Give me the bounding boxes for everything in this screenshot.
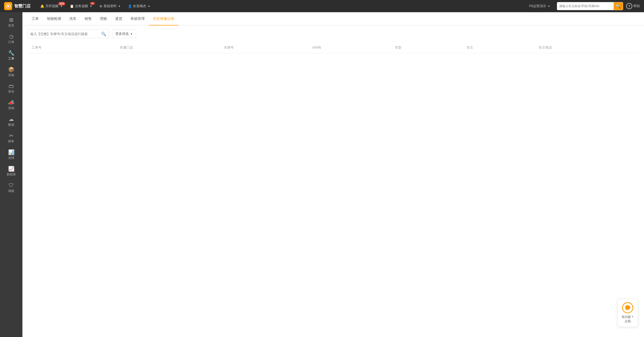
table-wrap: 工单号 所属门店 车牌号 VIN码 车型 车主 车主电话	[22, 42, 644, 337]
app-title: 智慧门店	[14, 4, 31, 9]
sidebar-item-purchase[interactable]: 📦 采购	[0, 64, 22, 80]
bell-icon: 🔔	[40, 4, 44, 8]
tab-claims[interactable]: 理赔	[96, 13, 111, 25]
data-icon: ☁	[9, 117, 14, 122]
tab-doc-manage[interactable]: 单据管理	[126, 13, 149, 25]
plate-search-input[interactable]	[28, 32, 99, 36]
finance-icon: ✂	[9, 133, 14, 138]
col-workorder-no: 工单号	[28, 42, 116, 53]
nav-business[interactable]: 📋 业务提醒 ▼ ●	[66, 0, 96, 12]
sidebar-label-data: 数据	[8, 123, 14, 127]
tab-sales-label: 销售	[85, 17, 92, 21]
sidebar-item-workorder[interactable]: 🔧 工单	[0, 47, 22, 64]
table-header: 工单号 所属门店 车牌号 VIN码 车型 车主 车主电话	[28, 42, 639, 53]
order-icon: ◷	[9, 34, 14, 39]
toolbar: 🔍 更多筛选 ▼	[22, 25, 644, 42]
chat-icon	[622, 302, 633, 313]
business-badge: ●	[90, 2, 95, 5]
nav-business-label: 业务提醒	[75, 4, 88, 8]
history-table: 工单号 所属门店 车牌号 VIN码 车型 车主 车主电话	[28, 42, 639, 53]
nav-welcome-label: 欢迎梅杰	[133, 4, 146, 8]
nav-operation[interactable]: F6运营演示 ▼	[526, 0, 554, 12]
main-layout: ⊞ 首页 ◷ 订单 🔧 工单 📦 采购 🗃 库存 📣 营销 ☁ 数据 ✂	[0, 12, 644, 337]
plate-search-icon[interactable]: 🔍	[99, 32, 109, 36]
notification-badge: 699	[58, 2, 65, 5]
sidebar-item-data[interactable]: ☁ 数据	[0, 114, 22, 130]
global-search-box[interactable]: 🔍	[557, 2, 623, 10]
sidebar-label-home: 首页	[8, 23, 14, 28]
chat-line2: 点我	[625, 319, 631, 323]
performance-icon: 📊	[8, 150, 15, 155]
nav-basic[interactable]: ⚙ 基础资料 ▼	[96, 0, 124, 12]
sidebar-label-purchase: 采购	[8, 73, 14, 77]
purchase-icon: 📦	[8, 67, 15, 72]
business-icon: 📋	[70, 4, 74, 8]
sidebar: ⊞ 首页 ◷ 订单 🔧 工单 📦 采购 🗃 库存 📣 营销 ☁ 数据 ✂	[0, 12, 22, 337]
nav-notification[interactable]: 🔔 关怀提醒 ▼ 699	[37, 0, 66, 12]
nav-operation-label: F6运营演示	[529, 4, 546, 8]
inventory-icon: 🗃	[9, 83, 14, 89]
sidebar-item-home[interactable]: ⊞ 首页	[0, 14, 22, 31]
nav-basic-label: 基础资料	[103, 4, 117, 8]
col-phone: 车主电话	[535, 42, 639, 53]
sidebar-item-inventory[interactable]: 🗃 库存	[0, 80, 22, 97]
tab-history-label: 历史维修记录	[153, 17, 174, 21]
filter-label: 更多筛选	[115, 32, 129, 36]
global-search-input[interactable]	[557, 4, 614, 8]
filter-button[interactable]: 更多筛选 ▼	[112, 30, 136, 38]
user-icon: 👤	[128, 4, 132, 8]
sidebar-label-performance: 业绩	[8, 156, 14, 160]
workorder-icon: 🔧	[8, 50, 15, 55]
tab-returns[interactable]: 退货	[111, 13, 126, 25]
chat-widget[interactable]: 有问题？ 点我	[618, 299, 638, 327]
sidebar-label-workorder: 工单	[8, 57, 14, 61]
sidebar-item-finance[interactable]: ✂ 财务	[0, 130, 22, 147]
tab-smart-detect-label: 智能检测	[47, 17, 61, 21]
col-plate: 车牌号	[220, 42, 308, 53]
svg-point-1	[7, 5, 9, 7]
chat-label: 有问题？ 点我	[622, 315, 634, 324]
report-icon: 📈	[8, 166, 15, 171]
sidebar-item-performance[interactable]: 📊 业绩	[0, 147, 22, 163]
sidebar-item-report[interactable]: 📈 新报表	[0, 163, 22, 180]
help-button[interactable]: ? 帮助	[626, 3, 640, 9]
filter-chevron-icon: ▼	[130, 33, 133, 35]
col-car-type: 车型	[391, 42, 463, 53]
tab-workorder-label: 工单	[32, 17, 39, 21]
chat-line1: 有问题？	[622, 315, 634, 319]
sidebar-item-order[interactable]: ◷ 订单	[0, 31, 22, 47]
tab-workorder[interactable]: 工单	[28, 13, 43, 25]
marketing-icon: 📣	[8, 100, 15, 105]
tab-returns-label: 退货	[115, 17, 122, 21]
app-logo[interactable]: 智慧门店	[4, 2, 31, 10]
home-icon: ⊞	[9, 17, 14, 22]
tab-sales[interactable]: 销售	[81, 13, 96, 25]
help-label: 帮助	[633, 4, 640, 8]
tab-smart-detect[interactable]: 智能检测	[43, 13, 65, 25]
sidebar-item-insurance[interactable]: 🛡 保险	[0, 180, 22, 196]
sidebar-label-inventory: 库存	[8, 90, 14, 94]
logo-icon	[4, 2, 12, 10]
tab-history[interactable]: 历史维修记录	[149, 13, 178, 25]
tab-bar: 工单 智能检测 洗车 销售 理赔 退货 单据管理 历史维修记录	[22, 12, 644, 25]
topnav-right: F6运营演示 ▼ 🔍 ? 帮助	[526, 0, 640, 12]
sidebar-item-marketing[interactable]: 📣 营销	[0, 97, 22, 114]
tab-claims-label: 理赔	[100, 17, 107, 21]
tab-doc-manage-label: 单据管理	[130, 17, 145, 21]
col-vin: VIN码	[308, 42, 391, 53]
help-icon: ?	[626, 3, 632, 9]
insurance-icon: 🛡	[9, 183, 14, 188]
sidebar-label-insurance: 保险	[8, 189, 14, 193]
basic-icon: ⚙	[99, 4, 102, 8]
content-area: 工单 智能检测 洗车 销售 理赔 退货 单据管理 历史维修记录	[22, 12, 644, 337]
nav-welcome[interactable]: 👤 欢迎梅杰 ▼	[124, 0, 154, 12]
topnav: 智慧门店 🔔 关怀提醒 ▼ 699 📋 业务提醒 ▼ ● ⚙ 基础资料 ▼ 👤 …	[0, 0, 644, 12]
global-search-button[interactable]: 🔍	[614, 2, 623, 10]
plate-search-wrap[interactable]: 🔍	[28, 30, 109, 38]
tab-carwash-label: 洗车	[69, 17, 76, 21]
sidebar-label-report: 新报表	[7, 172, 16, 177]
sidebar-label-marketing: 营销	[8, 106, 14, 110]
col-shop: 所属门店	[116, 42, 220, 53]
nav-notification-label: 关怀提醒	[45, 4, 59, 8]
tab-carwash[interactable]: 洗车	[65, 13, 81, 25]
